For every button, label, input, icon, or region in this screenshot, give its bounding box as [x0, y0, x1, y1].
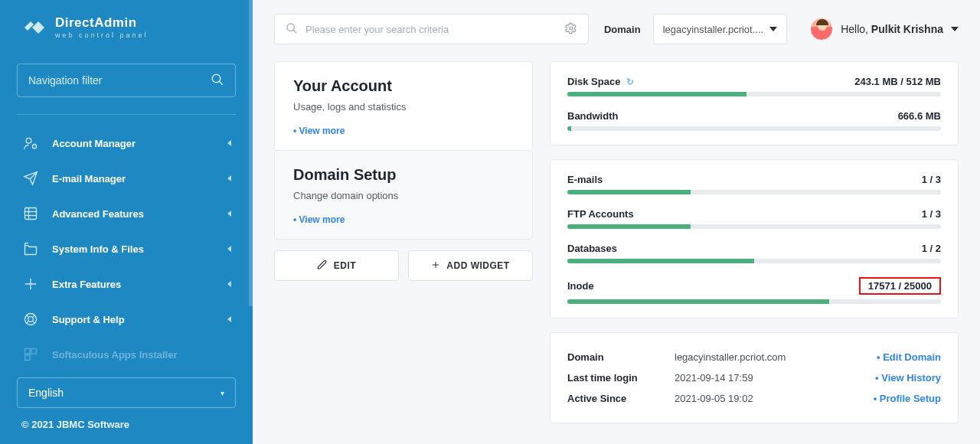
stat-value: 1 / 3	[922, 174, 941, 185]
chevron-left-icon	[227, 175, 231, 181]
svg-point-9	[28, 317, 34, 322]
main: Domain legacyinstaller.pcriot.... Hello,…	[253, 0, 980, 444]
sidebar: DirectAdmin web control panel Account Ma…	[0, 0, 253, 444]
svg-point-15	[570, 27, 573, 30]
svg-rect-12	[25, 355, 31, 361]
usage-panel-2: E-mails 1 / 3 FTP Accounts 1 / 3 Databas…	[550, 159, 959, 318]
info-value: legacyinstaller.pcriot.com	[675, 351, 877, 363]
paper-plane-icon	[21, 171, 40, 186]
sidebar-item-label: Advanced Features	[52, 208, 144, 220]
grid-icon	[21, 206, 40, 221]
search-input[interactable]	[305, 24, 557, 35]
sidebar-item-support[interactable]: Support & Help	[0, 302, 253, 337]
stat-label: E-mails	[567, 174, 603, 185]
nav-filter[interactable]	[17, 64, 236, 97]
right-column: Disk Space ↻ 243.1 MB / 512 MB Bandwidth…	[550, 61, 959, 427]
svg-line-1	[219, 81, 223, 85]
brand-text: DirectAdmin web control panel	[55, 15, 149, 39]
sidebar-item-label: Extra Features	[52, 279, 121, 290]
info-value: 2021-09-14 17:59	[675, 372, 875, 384]
search-icon	[286, 22, 298, 37]
info-value: 2021-09-05 19:02	[675, 393, 874, 404]
left-column: Your Account Usage, logs and statistics …	[274, 61, 533, 427]
stat-value: 17571 / 25000	[859, 277, 941, 295]
sidebar-item-email[interactable]: E-mail Manager	[0, 161, 253, 196]
brand-name: DirectAdmin	[55, 15, 149, 31]
info-action-link[interactable]: Profile Setup	[874, 393, 941, 404]
stat-label: Disk Space ↻	[567, 76, 634, 87]
info-key: Active Since	[567, 393, 675, 404]
progress-bar	[567, 259, 941, 263]
topbar: Domain legacyinstaller.pcriot.... Hello,…	[253, 0, 980, 44]
card-subtitle: Change domain options	[293, 190, 514, 201]
view-more-link[interactable]: View more	[293, 214, 345, 225]
domain-info-panel: Domain legacyinstaller.pcriot.com Edit D…	[550, 332, 959, 423]
stat-value: 1 / 3	[922, 208, 941, 220]
sidebar-item-advanced[interactable]: Advanced Features	[0, 196, 253, 231]
copyright: © 2021 JBMC Software	[0, 419, 253, 444]
language-select[interactable]: English ▾	[17, 377, 236, 408]
progress-bar	[567, 190, 941, 194]
stat-disk space: Disk Space ↻ 243.1 MB / 512 MB	[567, 76, 941, 96]
sidebar-item-label: Support & Help	[52, 314, 125, 325]
user-cog-icon	[21, 135, 40, 151]
sidebar-item-account[interactable]: Account Manager	[0, 126, 253, 161]
plus-icon	[431, 260, 440, 272]
domain-select[interactable]: legacyinstaller.pcriot....	[653, 14, 788, 44]
stat-label: Databases	[567, 243, 617, 254]
svg-point-3	[33, 145, 37, 149]
card-your-account[interactable]: Your Account Usage, logs and statistics …	[274, 61, 533, 151]
life-ring-icon	[21, 312, 40, 327]
pencil-icon	[317, 260, 328, 273]
content: Your Account Usage, logs and statistics …	[253, 44, 980, 444]
refresh-icon[interactable]: ↻	[626, 77, 634, 87]
svg-rect-4	[25, 208, 37, 220]
nav-divider	[17, 114, 236, 115]
info-action-link[interactable]: Edit Domain	[877, 351, 941, 363]
chevron-down-icon: ▾	[220, 389, 224, 397]
add-widget-button[interactable]: ADD WIDGET	[408, 250, 533, 281]
user-greeting: Hello, Pulkit Krishna	[841, 23, 943, 35]
usage-panel-1: Disk Space ↻ 243.1 MB / 512 MB Bandwidth…	[550, 61, 959, 145]
stat-inode: Inode 17571 / 25000	[567, 277, 941, 304]
info-action-link[interactable]: View History	[875, 372, 941, 384]
domain-label: Domain	[598, 24, 644, 35]
chevron-left-icon	[227, 281, 231, 287]
view-more-link[interactable]: View more	[293, 126, 345, 136]
chevron-left-icon	[227, 211, 231, 217]
stat-e-mails: E-mails 1 / 3	[567, 174, 941, 194]
chevron-left-icon	[227, 316, 231, 322]
domain-selected: legacyinstaller.pcriot....	[663, 24, 764, 35]
brand-logo[interactable]: DirectAdmin web control panel	[0, 0, 253, 54]
global-search[interactable]	[274, 14, 589, 44]
folder-icon	[21, 241, 40, 256]
svg-rect-10	[25, 349, 31, 354]
svg-point-0	[212, 74, 220, 83]
sidebar-item-extra[interactable]: Extra Features	[0, 266, 253, 302]
progress-bar	[567, 299, 941, 304]
info-key: Domain	[567, 351, 675, 363]
sidebar-item-sysinfo[interactable]: System Info & Files	[0, 231, 253, 266]
sidebar-item-softaculous[interactable]: Softaculous Apps Installer	[0, 337, 253, 372]
stat-label: Bandwidth	[567, 110, 618, 122]
stat-label: Inode	[567, 280, 594, 292]
nav-filter-input[interactable]	[28, 74, 211, 87]
gear-icon[interactable]	[565, 22, 577, 37]
apps-icon	[21, 347, 40, 362]
edit-button[interactable]: EDIT	[274, 250, 399, 281]
sidebar-item-label: System Info & Files	[52, 243, 144, 255]
card-actions: EDIT ADD WIDGET	[274, 250, 533, 281]
card-domain-setup[interactable]: Domain Setup Change domain options View …	[274, 150, 533, 240]
stat-bandwidth: Bandwidth 666.6 MB	[567, 110, 941, 131]
info-key: Last time login	[567, 372, 675, 384]
stat-label: FTP Accounts	[567, 208, 634, 220]
progress-bar	[567, 92, 941, 96]
stat-databases: Databases 1 / 2	[567, 243, 941, 263]
sidebar-item-label: Account Manager	[52, 138, 136, 149]
sidebar-item-label: E-mail Manager	[52, 173, 126, 184]
nav-list: Account Manager E-mail Manager Advanced …	[0, 126, 253, 377]
chevron-left-icon	[227, 246, 231, 252]
logo-icon	[23, 16, 46, 39]
user-menu[interactable]: Hello, Pulkit Krishna	[810, 18, 959, 41]
svg-rect-11	[31, 349, 37, 354]
